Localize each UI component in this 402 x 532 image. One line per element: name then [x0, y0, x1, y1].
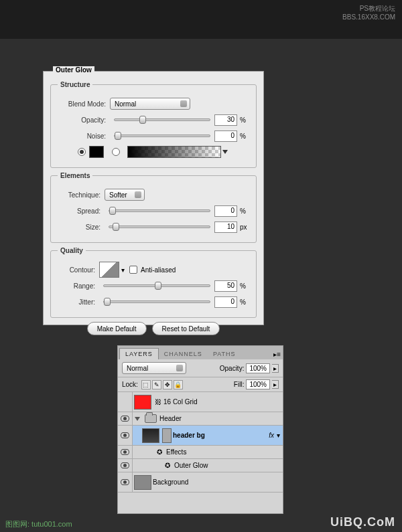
blend-mode-label: Blend Mode: — [58, 100, 110, 108]
spread-label: Spread: — [58, 207, 105, 215]
range-slider[interactable] — [103, 284, 210, 287]
dialog-title: Outer Glow — [53, 66, 94, 74]
opacity-unit: % — [237, 116, 249, 124]
spread-input[interactable]: 0 — [214, 205, 237, 217]
lock-position-icon[interactable]: ✥ — [163, 380, 172, 389]
noise-unit: % — [237, 132, 249, 140]
disclosure-icon[interactable] — [135, 417, 140, 421]
eye-icon — [121, 416, 129, 422]
lock-transparency-icon[interactable]: ⬚ — [141, 380, 151, 389]
layer-row[interactable]: ⛓ 16 Col Grid — [118, 392, 283, 412]
color-radio[interactable] — [78, 148, 86, 156]
tab-channels[interactable]: CHANNELS — [159, 349, 208, 359]
layer-row-selected[interactable]: header bg fx ▾ — [118, 426, 283, 446]
gradient-dropdown-icon[interactable] — [222, 150, 230, 154]
gradient-radio[interactable] — [112, 148, 120, 156]
jitter-unit: % — [237, 298, 249, 306]
visibility-toggle[interactable] — [118, 459, 133, 472]
antialias-checkbox[interactable] — [129, 266, 137, 274]
layer-thumbnail[interactable] — [142, 428, 159, 443]
watermark-bl: 图图网: tutu001.com — [5, 519, 72, 529]
layer-name[interactable]: header bg — [173, 432, 269, 439]
layer-group-row[interactable]: Header — [118, 412, 283, 426]
watermark-br: UiBQ.CoM — [330, 515, 395, 529]
layer-opacity-label: Opacity: — [220, 365, 245, 372]
effects-row[interactable]: ✪ Effects — [118, 446, 283, 459]
panel-tabbar: LAYERS CHANNELS PATHS ▸≡ — [118, 346, 283, 359]
lock-pixels-icon[interactable]: ✎ — [152, 380, 161, 389]
contour-label: Contour: — [58, 266, 99, 274]
noise-slider[interactable] — [114, 135, 210, 137]
opacity-label: Opacity: — [58, 116, 110, 124]
jitter-label: Jitter: — [58, 298, 99, 306]
range-label: Range: — [58, 282, 99, 290]
fx-badge[interactable]: fx — [269, 432, 274, 439]
range-input[interactable]: 50 — [214, 280, 237, 292]
tab-layers[interactable]: LAYERS — [119, 348, 159, 359]
layer-mask-thumbnail[interactable] — [162, 428, 172, 443]
contour-dropdown-icon[interactable]: ▾ — [119, 262, 126, 278]
lock-all-icon[interactable]: 🔒 — [174, 380, 183, 389]
effects-label[interactable]: Effects — [162, 448, 283, 456]
layer-name[interactable]: Header — [159, 415, 283, 422]
outer-glow-dialog: Outer Glow Structure Blend Mode: Normal … — [43, 71, 264, 325]
effect-bullet-icon: ✪ — [165, 462, 170, 469]
effect-name[interactable]: Outer Glow — [170, 462, 283, 469]
gradient-picker[interactable] — [127, 146, 221, 158]
layer-thumbnail[interactable] — [134, 475, 151, 490]
fill-input[interactable]: 100% — [246, 379, 270, 389]
eye-icon — [121, 432, 129, 438]
effects-icon: ✪ — [157, 448, 162, 456]
visibility-toggle[interactable] — [118, 392, 133, 412]
visibility-toggle[interactable] — [118, 472, 133, 492]
noise-input[interactable]: 0 — [214, 130, 237, 142]
layer-name[interactable]: Background — [153, 478, 283, 486]
layer-list: ⛓ 16 Col Grid Header header bg fx ▾ ✪ Ef… — [118, 392, 283, 513]
reset-default-button[interactable]: Reset to Default — [152, 322, 220, 335]
contour-picker[interactable] — [99, 262, 119, 278]
visibility-toggle[interactable] — [118, 426, 133, 445]
eye-icon — [121, 479, 129, 485]
quality-group: Quality Contour: ▾ Anti-aliased Range: 5… — [50, 247, 257, 318]
panel-menu-icon[interactable]: ▸≡ — [271, 349, 283, 359]
link-icon[interactable]: ⛓ — [155, 398, 161, 406]
visibility-toggle[interactable] — [118, 446, 133, 458]
folder-icon — [145, 414, 157, 423]
fill-caret-icon[interactable]: ▸ — [272, 380, 279, 389]
layers-panel: LAYERS CHANNELS PATHS ▸≡ Normal Opacity:… — [117, 345, 283, 514]
spread-slider[interactable] — [109, 209, 210, 212]
layer-opacity-input[interactable]: 100% — [246, 363, 270, 373]
size-slider[interactable] — [109, 226, 210, 228]
watermark-top: PS教程论坛 BBS.16XX8.COM — [342, 4, 395, 21]
opacity-slider[interactable] — [114, 118, 210, 121]
size-input[interactable]: 10 — [214, 221, 237, 233]
size-unit: px — [237, 224, 249, 231]
eye-icon — [121, 462, 129, 468]
elements-legend: Elements — [58, 172, 92, 179]
antialias-label: Anti-aliased — [141, 266, 176, 274]
structure-group: Structure Blend Mode: Normal Opacity: 30… — [50, 81, 257, 168]
structure-legend: Structure — [58, 81, 92, 88]
effect-item-row[interactable]: ✪ Outer Glow — [118, 459, 283, 472]
layer-name[interactable]: 16 Col Grid — [163, 398, 283, 406]
layer-blend-select[interactable]: Normal — [122, 362, 186, 374]
elements-group: Elements Technique: Softer Spread: 0 % S… — [50, 172, 257, 243]
technique-select[interactable]: Softer — [105, 189, 145, 201]
tab-paths[interactable]: PATHS — [208, 349, 241, 359]
visibility-toggle[interactable] — [118, 412, 133, 425]
jitter-input[interactable]: 0 — [214, 296, 237, 308]
color-swatch[interactable] — [89, 146, 104, 158]
blend-mode-select[interactable]: Normal — [110, 98, 190, 110]
make-default-button[interactable]: Make Default — [87, 322, 147, 335]
quality-legend: Quality — [58, 247, 86, 254]
layer-row[interactable]: Background — [118, 472, 283, 493]
layer-thumbnail[interactable] — [134, 395, 151, 410]
technique-label: Technique: — [58, 191, 105, 199]
fx-dropdown-icon[interactable]: ▾ — [277, 432, 280, 439]
opacity-caret-icon[interactable]: ▸ — [272, 364, 279, 373]
range-unit: % — [237, 282, 249, 290]
jitter-slider[interactable] — [103, 300, 210, 303]
spread-unit: % — [237, 207, 249, 215]
opacity-input[interactable]: 30 — [214, 114, 237, 126]
eye-icon — [121, 449, 129, 455]
